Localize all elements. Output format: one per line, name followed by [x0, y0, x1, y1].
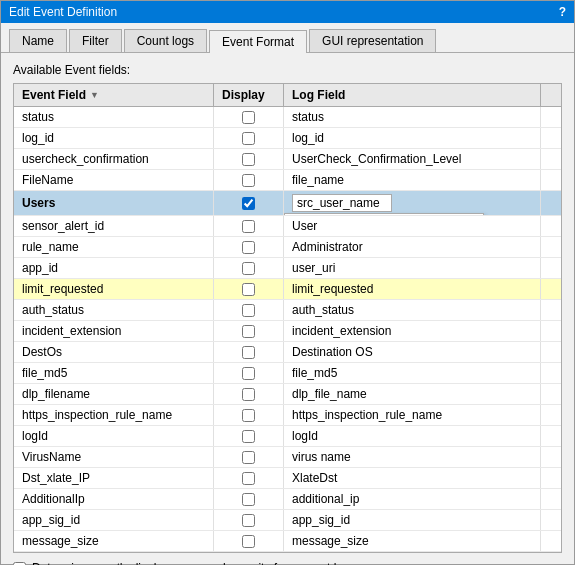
display-checkbox[interactable]: [242, 283, 255, 296]
display-checkbox[interactable]: [242, 111, 255, 124]
display-checkbox[interactable]: [242, 514, 255, 527]
display-cell[interactable]: [214, 405, 284, 425]
table-row[interactable]: message_sizemessage_size: [14, 531, 561, 552]
table-row[interactable]: AdditionalIpadditional_ip: [14, 489, 561, 510]
display-checkbox[interactable]: [242, 430, 255, 443]
display-cell[interactable]: [214, 191, 284, 215]
log-field-cell: logId: [284, 426, 541, 446]
dropdown-item[interactable]: User: [285, 214, 483, 215]
log-field-cell: src_user_nameUserAdministratoruser_urisr…: [284, 191, 541, 215]
table-row[interactable]: FileNamefile_name: [14, 170, 561, 191]
display-cell[interactable]: [214, 321, 284, 341]
scroll-cell: [541, 237, 561, 257]
table-row[interactable]: limit_requestedlimit_requested: [14, 279, 561, 300]
tab-count_logs[interactable]: Count logs: [124, 29, 207, 52]
scroll-cell: [541, 363, 561, 383]
tabs-bar: NameFilterCount logsEvent FormatGUI repr…: [1, 23, 574, 53]
table-row[interactable]: usercheck_confirmationUserCheck_Confirma…: [14, 149, 561, 170]
scroll-cell: [541, 384, 561, 404]
table-row[interactable]: DestOsDestination OS: [14, 342, 561, 363]
display-cell[interactable]: [214, 107, 284, 127]
display-cell[interactable]: [214, 489, 284, 509]
table-row[interactable]: log_idlog_id: [14, 128, 561, 149]
table-row[interactable]: Userssrc_user_nameUserAdministratoruser_…: [14, 191, 561, 216]
display-cell[interactable]: [214, 363, 284, 383]
display-cell[interactable]: [214, 128, 284, 148]
display-cell[interactable]: [214, 300, 284, 320]
table-row[interactable]: https_inspection_rule_namehttps_inspecti…: [14, 405, 561, 426]
display-checkbox[interactable]: [242, 346, 255, 359]
edit-event-definition-window: Edit Event Definition ? NameFilterCount …: [0, 0, 575, 565]
main-content: Available Event fields: Event Field ▼ Di…: [1, 53, 574, 565]
display-checkbox[interactable]: [242, 262, 255, 275]
display-checkbox[interactable]: [242, 388, 255, 401]
log-field-cell: XlateDst: [284, 468, 541, 488]
display-cell[interactable]: [214, 237, 284, 257]
field-cell: AdditionalIp: [14, 489, 214, 509]
field-cell: usercheck_confirmation: [14, 149, 214, 169]
field-cell: DestOs: [14, 342, 214, 362]
table-body[interactable]: statusstatuslog_idlog_idusercheck_confir…: [14, 107, 561, 552]
scroll-cell: [541, 128, 561, 148]
log-field-cell: message_size: [284, 531, 541, 551]
display-checkbox[interactable]: [242, 493, 255, 506]
column-header-event-field: Event Field ▼: [14, 84, 214, 106]
table-row[interactable]: incident_extensionincident_extension: [14, 321, 561, 342]
table-row[interactable]: VirusNamevirus name: [14, 447, 561, 468]
table-row[interactable]: rule_nameAdministrator: [14, 237, 561, 258]
scroll-cell: [541, 149, 561, 169]
display-cell[interactable]: [214, 447, 284, 467]
table-row[interactable]: file_md5file_md5: [14, 363, 561, 384]
scroll-cell: [541, 447, 561, 467]
display-cell[interactable]: [214, 510, 284, 530]
table-row[interactable]: app_sig_idapp_sig_id: [14, 510, 561, 531]
log-field-cell: Destination OS: [284, 342, 541, 362]
display-cell[interactable]: [214, 468, 284, 488]
display-cell[interactable]: [214, 342, 284, 362]
determine-checkbox[interactable]: [13, 562, 26, 566]
display-cell[interactable]: [214, 279, 284, 299]
table-row[interactable]: app_iduser_uri: [14, 258, 561, 279]
display-checkbox[interactable]: [242, 304, 255, 317]
display-cell[interactable]: [214, 216, 284, 236]
table-row[interactable]: logIdlogId: [14, 426, 561, 447]
determine-label[interactable]: Determine event's display name and sever…: [32, 561, 356, 565]
display-checkbox[interactable]: [242, 220, 255, 233]
tab-gui_representation[interactable]: GUI representation: [309, 29, 436, 52]
tab-filter[interactable]: Filter: [69, 29, 122, 52]
display-checkbox[interactable]: [242, 325, 255, 338]
display-cell[interactable]: [214, 384, 284, 404]
table-row[interactable]: Dst_xlate_IPXlateDst: [14, 468, 561, 489]
display-checkbox[interactable]: [242, 409, 255, 422]
display-cell[interactable]: [214, 170, 284, 190]
scroll-cell: [541, 107, 561, 127]
field-cell: auth_status: [14, 300, 214, 320]
field-cell: VirusName: [14, 447, 214, 467]
scroll-cell: [541, 191, 561, 215]
display-checkbox[interactable]: [242, 153, 255, 166]
table-row[interactable]: dlp_filenamedlp_file_name: [14, 384, 561, 405]
display-cell[interactable]: [214, 258, 284, 278]
field-cell: incident_extension: [14, 321, 214, 341]
tab-name[interactable]: Name: [9, 29, 67, 52]
display-checkbox[interactable]: [242, 132, 255, 145]
display-checkbox[interactable]: [242, 197, 255, 210]
display-checkbox[interactable]: [242, 174, 255, 187]
display-checkbox[interactable]: [242, 241, 255, 254]
display-cell[interactable]: [214, 531, 284, 551]
display-checkbox[interactable]: [242, 451, 255, 464]
sort-icon: ▼: [90, 90, 99, 100]
table-header: Event Field ▼ Display Log Field: [14, 84, 561, 107]
table-row[interactable]: auth_statusauth_status: [14, 300, 561, 321]
display-checkbox[interactable]: [242, 367, 255, 380]
log-field-cell: file_name: [284, 170, 541, 190]
dropdown-popup: UserAdministratoruser_urisrc_user_name: [284, 213, 484, 215]
display-checkbox[interactable]: [242, 535, 255, 548]
display-checkbox[interactable]: [242, 472, 255, 485]
help-button[interactable]: ?: [559, 5, 566, 19]
table-row[interactable]: statusstatus: [14, 107, 561, 128]
display-cell[interactable]: [214, 149, 284, 169]
table-row[interactable]: sensor_alert_idUser: [14, 216, 561, 237]
tab-event_format[interactable]: Event Format: [209, 30, 307, 53]
display-cell[interactable]: [214, 426, 284, 446]
